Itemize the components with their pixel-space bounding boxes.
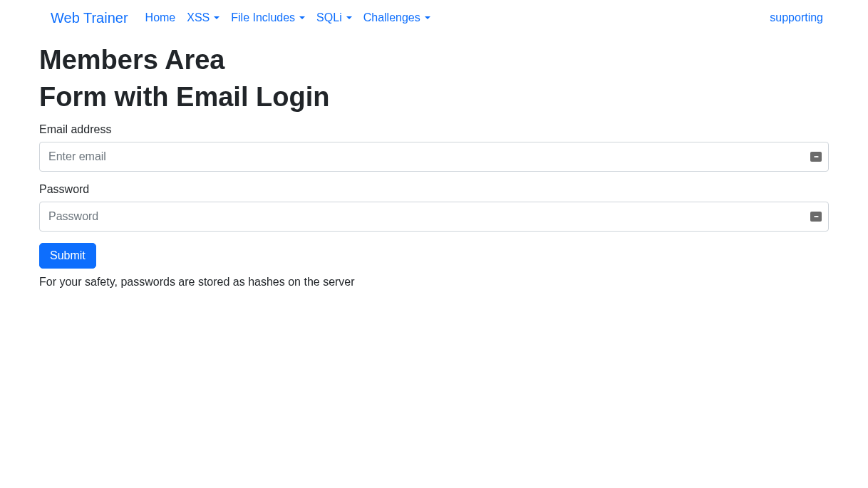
login-form: Email address Password Submit For your s… [39,123,829,289]
password-input[interactable] [39,202,829,232]
email-label: Email address [39,123,829,136]
page-heading-1: Members Area [39,44,829,77]
help-text: For your safety, passwords are stored as… [39,276,829,289]
navbar: Web Trainer Home XSS File Includes SQLi … [28,0,840,36]
email-input-wrapper [39,142,829,172]
navbar-brand[interactable]: Web Trainer [51,6,128,30]
page-heading-2: Form with Email Login [39,81,829,114]
nav-link-challenges[interactable]: Challenges [358,6,436,30]
nav-link-label: Challenges [363,11,420,24]
nav-link-label: File Includes [231,11,295,24]
nav-link-home[interactable]: Home [140,6,182,30]
navbar-nav: Home XSS File Includes SQLi Challenges s… [140,6,829,30]
nav-link-supporting[interactable]: supporting [764,6,829,30]
nav-link-xss[interactable]: XSS [181,6,225,30]
password-input-wrapper [39,202,829,232]
main-container: Members Area Form with Email Login Email… [28,44,840,289]
submit-button[interactable]: Submit [39,243,96,269]
nav-link-label: SQLi [316,11,342,24]
password-label: Password [39,183,829,196]
nav-link-file-includes[interactable]: File Includes [225,6,311,30]
nav-link-sqli[interactable]: SQLi [311,6,358,30]
password-group: Password [39,183,829,232]
email-input[interactable] [39,142,829,172]
email-group: Email address [39,123,829,172]
nav-link-label: XSS [187,11,210,24]
